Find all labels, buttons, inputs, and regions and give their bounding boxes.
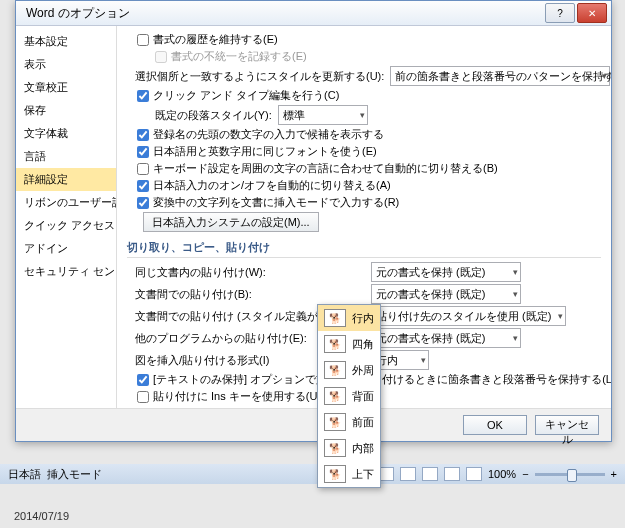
- chk-same-font[interactable]: [137, 146, 149, 158]
- sel-same-doc[interactable]: 元の書式を保持 (既定): [371, 262, 521, 282]
- wrap-icon-through: 🐕: [324, 439, 346, 457]
- lbl-record-inconsist: 書式の不統一を記録する(E): [171, 49, 307, 64]
- sel-default-style[interactable]: 標準: [278, 105, 368, 125]
- chk-candidates[interactable]: [137, 129, 149, 141]
- sel-other-prog[interactable]: 元の書式を保持 (既定): [371, 328, 521, 348]
- chk-record-inconsist: [155, 51, 167, 63]
- chk-keep-history[interactable]: [137, 34, 149, 46]
- chk-ime-auto[interactable]: [137, 180, 149, 192]
- window-title: Word のオプション: [20, 5, 545, 22]
- zoom-slider[interactable]: [535, 473, 605, 476]
- wrap-icon-tight: 🐕: [324, 361, 346, 379]
- ok-button[interactable]: OK: [463, 415, 527, 435]
- wrap-option-through[interactable]: 🐕内部: [318, 435, 380, 461]
- lbl-candidates: 登録名の先頭の数文字の入力で候補を表示する: [153, 127, 384, 142]
- chk-ins-key[interactable]: [137, 391, 149, 403]
- help-button[interactable]: ?: [545, 3, 575, 23]
- chk-auto-kb[interactable]: [137, 163, 149, 175]
- sidebar-item-trust[interactable]: セキュリティ センター: [16, 260, 116, 283]
- dialog-footer: OK キャンセル: [16, 408, 611, 441]
- section-paste-title: 切り取り、コピー、貼り付け: [127, 240, 601, 258]
- sidebar-item-advanced[interactable]: 詳細設定: [16, 168, 116, 191]
- date-stamp: 2014/07/19: [14, 510, 69, 522]
- chk-click-type[interactable]: [137, 90, 149, 102]
- lbl-auto-kb: キーボード設定を周囲の文字の言語に合わせて自動的に切り替える(B): [153, 161, 498, 176]
- sidebar-item-language[interactable]: 言語: [16, 145, 116, 168]
- status-lang[interactable]: 日本語: [8, 467, 41, 482]
- lbl-same-font: 日本語用と英数字用に同じフォントを使う(E): [153, 144, 377, 159]
- sidebar-item-qat[interactable]: クイック アクセス ツール バー: [16, 214, 116, 237]
- lbl-ins-key: 貼り付けに Ins キーを使用する(U): [153, 389, 321, 404]
- wrap-icon-behind: 🐕: [324, 387, 346, 405]
- lbl-click-type: クリック アンド タイプ編集を行う(C): [153, 88, 339, 103]
- zoom-in[interactable]: +: [611, 468, 617, 480]
- wrap-option-topbottom[interactable]: 🐕上下: [318, 461, 380, 487]
- lbl-update-style: 選択個所と一致するようにスタイルを更新する(U):: [135, 69, 384, 84]
- sidebar-item-ribbon[interactable]: リボンのユーザー設定: [16, 191, 116, 214]
- lbl-default-style: 既定の段落スタイル(Y):: [155, 108, 272, 123]
- cancel-button[interactable]: キャンセル: [535, 415, 599, 435]
- zoom-level[interactable]: 100%: [488, 468, 516, 480]
- wrap-icon-inline: 🐕: [324, 309, 346, 327]
- titlebar: Word のオプション ? ✕: [16, 1, 611, 26]
- chk-ime-insert[interactable]: [137, 197, 149, 209]
- chk-text-only[interactable]: [137, 374, 149, 386]
- wrap-option-square[interactable]: 🐕四角: [318, 331, 380, 357]
- view-icon-5[interactable]: [466, 467, 482, 481]
- sel-between-styles[interactable]: 貼り付け先のスタイルを使用 (既定): [371, 306, 566, 326]
- options-dialog: Word のオプション ? ✕ 基本設定 表示 文章校正 保存 文字体裁 言語 …: [15, 0, 612, 442]
- lbl-between-docs: 文書間での貼り付け(B):: [135, 287, 365, 302]
- lbl-ime-insert: 変換中の文字列を文書に挿入モードで入力する(R): [153, 195, 399, 210]
- sidebar-item-display[interactable]: 表示: [16, 53, 116, 76]
- view-icon-3[interactable]: [422, 467, 438, 481]
- view-icon-2[interactable]: [400, 467, 416, 481]
- category-sidebar: 基本設定 表示 文章校正 保存 文字体裁 言語 詳細設定 リボンのユーザー設定 …: [16, 26, 117, 408]
- sel-update-style[interactable]: 前の箇条書きと段落番号のパターンを保持する: [390, 66, 610, 86]
- sidebar-item-basic[interactable]: 基本設定: [16, 30, 116, 53]
- zoom-out[interactable]: −: [522, 468, 528, 480]
- lbl-same-doc: 同じ文書内の貼り付け(W):: [135, 265, 365, 280]
- wrap-option-inline[interactable]: 🐕行内: [318, 305, 380, 331]
- sidebar-item-proofing[interactable]: 文章校正: [16, 76, 116, 99]
- lbl-text-only: [テキストのみ保持] オプションで文字列を貼り付けるときに箇条書きと段落番号を保…: [153, 372, 611, 387]
- sel-between-docs[interactable]: 元の書式を保持 (既定): [371, 284, 521, 304]
- close-button[interactable]: ✕: [577, 3, 607, 23]
- wrap-icon-square: 🐕: [324, 335, 346, 353]
- status-mode[interactable]: 挿入モード: [47, 467, 102, 482]
- wrap-icon-front: 🐕: [324, 413, 346, 431]
- lbl-keep-history: 書式の履歴を維持する(E): [153, 32, 278, 47]
- sidebar-item-save[interactable]: 保存: [16, 99, 116, 122]
- wrap-option-front[interactable]: 🐕前面: [318, 409, 380, 435]
- sidebar-item-typography[interactable]: 文字体裁: [16, 122, 116, 145]
- wrap-icon-topbottom: 🐕: [324, 465, 346, 483]
- wrap-style-dropdown: 🐕行内 🐕四角 🐕外周 🐕背面 🐕前面 🐕内部 🐕上下: [317, 304, 381, 488]
- sidebar-item-addins[interactable]: アドイン: [16, 237, 116, 260]
- btn-ime-settings[interactable]: 日本語入力システムの設定(M)...: [143, 212, 319, 232]
- lbl-ime-auto: 日本語入力のオン/オフを自動的に切り替える(A): [153, 178, 391, 193]
- view-icon-4[interactable]: [444, 467, 460, 481]
- wrap-option-behind[interactable]: 🐕背面: [318, 383, 380, 409]
- wrap-option-tight[interactable]: 🐕外周: [318, 357, 380, 383]
